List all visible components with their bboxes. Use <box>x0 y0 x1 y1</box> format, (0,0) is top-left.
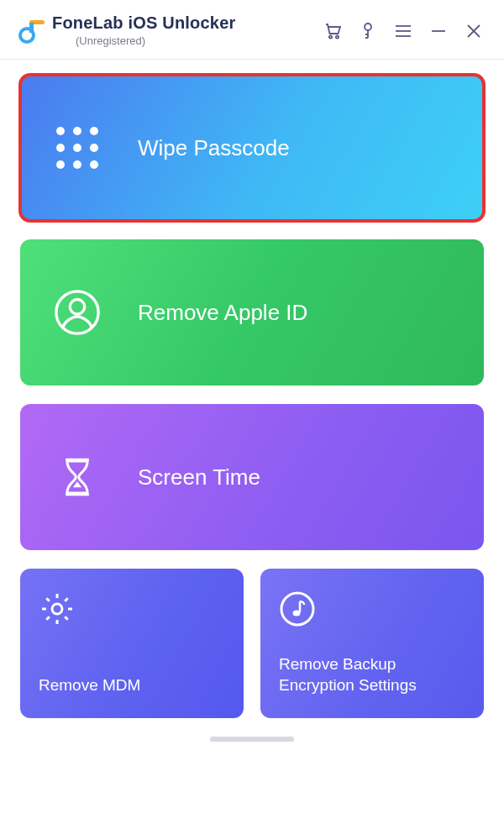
svg-point-16 <box>73 144 81 152</box>
svg-point-12 <box>56 127 65 135</box>
remove-apple-id-label: Remove Apple ID <box>138 300 307 326</box>
menu-icon[interactable] <box>393 21 413 41</box>
app-subtitle: (Unregistered) <box>76 34 235 47</box>
remove-backup-encryption-card[interactable]: Remove Backup Encryption Settings <box>260 569 484 718</box>
close-icon[interactable] <box>464 21 484 41</box>
key-icon[interactable] <box>358 21 378 41</box>
svg-point-14 <box>90 127 98 135</box>
svg-point-15 <box>56 144 65 152</box>
minimize-icon[interactable] <box>428 21 449 41</box>
remove-mdm-label: Remove MDM <box>39 674 225 696</box>
svg-point-22 <box>70 300 84 314</box>
header-left: FoneLab iOS Unlocker (Unregistered) <box>15 15 235 47</box>
svg-point-18 <box>56 160 65 169</box>
svg-point-24 <box>281 593 313 625</box>
hourglass-icon <box>50 450 104 504</box>
header-actions <box>323 21 484 41</box>
wipe-passcode-label: Wipe Passcode <box>138 135 290 161</box>
svg-point-3 <box>329 35 332 38</box>
app-logo-icon <box>15 15 45 45</box>
screen-time-card[interactable]: Screen Time <box>20 404 484 550</box>
svg-point-17 <box>90 144 98 152</box>
gear-icon <box>39 590 76 627</box>
remove-apple-id-card[interactable]: Remove Apple ID <box>20 239 484 386</box>
music-note-circle-icon <box>279 590 316 627</box>
user-circle-icon <box>50 286 104 339</box>
resize-handle[interactable] <box>210 737 294 742</box>
title-bar: FoneLab iOS Unlocker (Unregistered) <box>0 0 504 60</box>
screen-time-label: Screen Time <box>138 464 260 491</box>
remove-mdm-card[interactable]: Remove MDM <box>20 569 244 718</box>
svg-point-13 <box>73 127 81 135</box>
svg-point-19 <box>73 160 81 169</box>
svg-point-23 <box>52 604 62 614</box>
svg-point-5 <box>365 24 371 30</box>
wipe-passcode-card[interactable]: Wipe Passcode <box>20 75 484 221</box>
app-title: FoneLab iOS Unlocker <box>52 13 235 33</box>
main-content: Wipe Passcode Remove Apple ID Screen Tim… <box>0 60 504 718</box>
svg-rect-2 <box>29 23 34 33</box>
remove-backup-encryption-label: Remove Backup Encryption Settings <box>279 653 465 696</box>
svg-point-4 <box>336 35 339 38</box>
svg-point-20 <box>90 160 98 169</box>
svg-point-25 <box>293 611 301 617</box>
cart-icon[interactable] <box>323 21 343 41</box>
passcode-grid-icon <box>50 121 104 175</box>
